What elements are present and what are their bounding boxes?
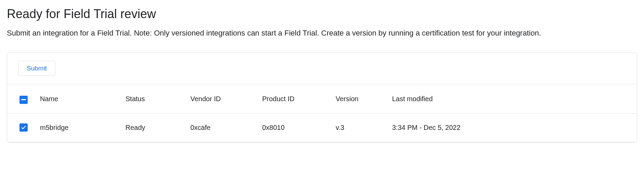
column-header-product-id[interactable]: Product ID (257, 84, 330, 113)
row-product-id: 0x8010 (257, 113, 330, 142)
select-all-checkbox[interactable] (19, 96, 28, 104)
checkmark-icon (21, 124, 27, 131)
row-checkbox[interactable] (19, 123, 28, 132)
column-header-last-modified[interactable]: Last modified (387, 84, 637, 113)
row-name: m5bridge (35, 113, 120, 142)
integrations-table-container: Submit Name Status Vendor ID Product ID … (7, 52, 637, 143)
row-select-cell (7, 113, 35, 142)
column-header-name[interactable]: Name (35, 84, 120, 113)
column-header-version[interactable]: Version (330, 84, 387, 113)
column-header-status[interactable]: Status (120, 84, 185, 113)
select-all-header (7, 84, 35, 113)
row-last-modified: 3:34 PM - Dec 5, 2022 (387, 113, 637, 142)
table-row[interactable]: m5bridge Ready 0xcafe 0x8010 v.3 3:34 PM… (7, 113, 637, 142)
integrations-table: Name Status Vendor ID Product ID Version… (7, 84, 637, 142)
submit-button[interactable]: Submit (18, 61, 55, 76)
table-header-row: Name Status Vendor ID Product ID Version… (7, 84, 637, 113)
page-description: Submit an integration for a Field Trial.… (7, 27, 637, 39)
column-header-vendor-id[interactable]: Vendor ID (185, 84, 257, 113)
row-version: v.3 (330, 113, 387, 142)
table-toolbar: Submit (7, 53, 637, 84)
row-status: Ready (120, 113, 185, 142)
row-vendor-id: 0xcafe (185, 113, 257, 142)
page-title: Ready for Field Trial review (7, 7, 637, 21)
